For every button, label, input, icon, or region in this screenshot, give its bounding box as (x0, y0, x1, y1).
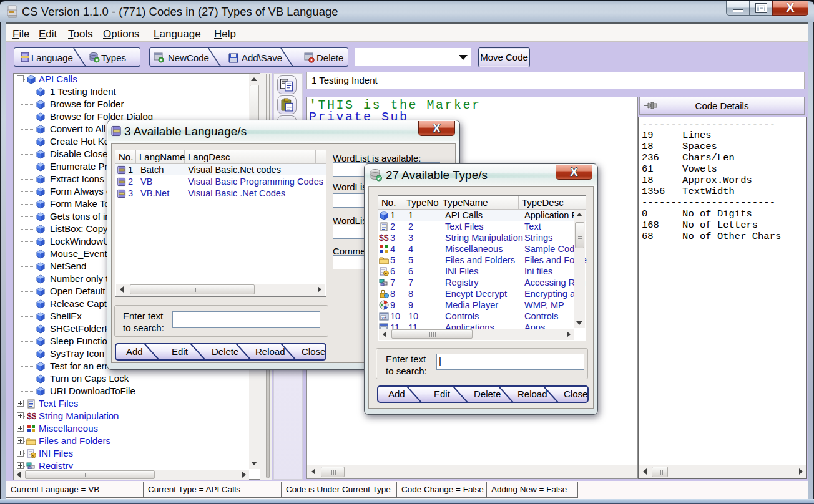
svg-text:$$: $$ (27, 411, 36, 421)
svg-text:$$: $$ (379, 233, 389, 243)
svg-text:VB: VB (381, 316, 386, 320)
